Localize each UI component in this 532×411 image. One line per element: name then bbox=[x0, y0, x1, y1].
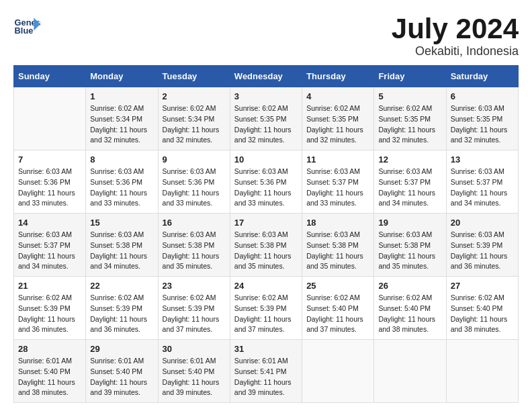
day-info: Sunrise: 6:02 AMSunset: 5:39 PMDaylight:… bbox=[18, 293, 81, 335]
calendar-cell: 2Sunrise: 6:02 AMSunset: 5:34 PMDaylight… bbox=[158, 87, 230, 150]
day-number: 4 bbox=[306, 91, 369, 101]
day-number: 22 bbox=[90, 281, 153, 291]
day-info: Sunrise: 6:03 AMSunset: 5:38 PMDaylight:… bbox=[306, 230, 369, 272]
title-block: July 2024 Oekabiti, Indonesia bbox=[392, 13, 519, 58]
calendar-cell: 16Sunrise: 6:03 AMSunset: 5:38 PMDayligh… bbox=[158, 214, 230, 277]
calendar-week-3: 21Sunrise: 6:02 AMSunset: 5:39 PMDayligh… bbox=[14, 277, 519, 340]
calendar-header: SundayMondayTuesdayWednesdayThursdayFrid… bbox=[14, 66, 519, 87]
weekday-monday: Monday bbox=[86, 66, 158, 87]
calendar-body: 1Sunrise: 6:02 AMSunset: 5:34 PMDaylight… bbox=[14, 87, 519, 403]
calendar-cell bbox=[302, 340, 374, 403]
logo: General Blue bbox=[13, 13, 43, 40]
calendar-cell: 1Sunrise: 6:02 AMSunset: 5:34 PMDaylight… bbox=[86, 87, 158, 150]
calendar-cell: 8Sunrise: 6:03 AMSunset: 5:36 PMDaylight… bbox=[86, 150, 158, 214]
calendar-cell: 23Sunrise: 6:02 AMSunset: 5:39 PMDayligh… bbox=[158, 277, 230, 340]
day-info: Sunrise: 6:03 AMSunset: 5:37 PMDaylight:… bbox=[378, 167, 441, 209]
day-number: 5 bbox=[378, 91, 441, 101]
day-number: 7 bbox=[18, 154, 81, 165]
day-number: 14 bbox=[18, 218, 81, 228]
day-info: Sunrise: 6:03 AMSunset: 5:36 PMDaylight:… bbox=[163, 167, 226, 209]
calendar-cell bbox=[374, 340, 446, 403]
day-info: Sunrise: 6:02 AMSunset: 5:40 PMDaylight:… bbox=[306, 293, 369, 335]
calendar-week-4: 28Sunrise: 6:01 AMSunset: 5:40 PMDayligh… bbox=[14, 340, 519, 403]
svg-text:Blue: Blue bbox=[15, 26, 34, 36]
day-number: 16 bbox=[163, 218, 226, 228]
day-info: Sunrise: 6:03 AMSunset: 5:36 PMDaylight:… bbox=[18, 167, 81, 209]
day-number: 15 bbox=[90, 218, 153, 228]
day-info: Sunrise: 6:03 AMSunset: 5:37 PMDaylight:… bbox=[18, 230, 81, 272]
calendar-cell: 31Sunrise: 6:01 AMSunset: 5:41 PMDayligh… bbox=[230, 340, 302, 403]
calendar-cell: 22Sunrise: 6:02 AMSunset: 5:39 PMDayligh… bbox=[86, 277, 158, 340]
day-info: Sunrise: 6:03 AMSunset: 5:37 PMDaylight:… bbox=[451, 167, 514, 209]
day-number: 28 bbox=[18, 344, 81, 354]
day-info: Sunrise: 6:02 AMSunset: 5:35 PMDaylight:… bbox=[306, 103, 369, 146]
day-info: Sunrise: 6:03 AMSunset: 5:38 PMDaylight:… bbox=[90, 230, 153, 272]
day-info: Sunrise: 6:03 AMSunset: 5:39 PMDaylight:… bbox=[451, 230, 514, 272]
day-info: Sunrise: 6:02 AMSunset: 5:35 PMDaylight:… bbox=[234, 103, 298, 146]
day-number: 11 bbox=[306, 154, 369, 165]
calendar-cell: 6Sunrise: 6:03 AMSunset: 5:35 PMDaylight… bbox=[446, 87, 518, 150]
day-number: 29 bbox=[90, 344, 153, 354]
day-number: 20 bbox=[451, 218, 514, 228]
day-number: 8 bbox=[90, 154, 153, 165]
day-info: Sunrise: 6:02 AMSunset: 5:39 PMDaylight:… bbox=[163, 293, 226, 335]
weekday-thursday: Thursday bbox=[302, 66, 374, 87]
calendar-cell: 5Sunrise: 6:02 AMSunset: 5:35 PMDaylight… bbox=[374, 87, 446, 150]
calendar-cell: 10Sunrise: 6:03 AMSunset: 5:36 PMDayligh… bbox=[230, 150, 302, 214]
weekday-header-row: SundayMondayTuesdayWednesdayThursdayFrid… bbox=[14, 66, 519, 87]
day-number: 10 bbox=[234, 154, 298, 165]
weekday-friday: Friday bbox=[374, 66, 446, 87]
day-number: 27 bbox=[451, 281, 514, 291]
calendar-cell: 12Sunrise: 6:03 AMSunset: 5:37 PMDayligh… bbox=[374, 150, 446, 214]
weekday-saturday: Saturday bbox=[446, 66, 518, 87]
day-info: Sunrise: 6:01 AMSunset: 5:40 PMDaylight:… bbox=[18, 356, 81, 398]
day-number: 3 bbox=[234, 91, 298, 101]
day-number: 19 bbox=[378, 218, 441, 228]
day-info: Sunrise: 6:03 AMSunset: 5:35 PMDaylight:… bbox=[451, 103, 514, 146]
calendar-cell: 30Sunrise: 6:01 AMSunset: 5:40 PMDayligh… bbox=[158, 340, 230, 403]
day-number: 25 bbox=[306, 281, 369, 291]
day-info: Sunrise: 6:02 AMSunset: 5:35 PMDaylight:… bbox=[378, 103, 441, 146]
day-number: 17 bbox=[234, 218, 298, 228]
day-info: Sunrise: 6:01 AMSunset: 5:40 PMDaylight:… bbox=[163, 356, 226, 398]
day-number: 1 bbox=[90, 91, 153, 101]
calendar-cell: 25Sunrise: 6:02 AMSunset: 5:40 PMDayligh… bbox=[302, 277, 374, 340]
day-number: 30 bbox=[163, 344, 226, 354]
day-info: Sunrise: 6:01 AMSunset: 5:41 PMDaylight:… bbox=[234, 356, 298, 398]
day-info: Sunrise: 6:03 AMSunset: 5:36 PMDaylight:… bbox=[234, 167, 298, 209]
weekday-sunday: Sunday bbox=[14, 66, 86, 87]
calendar-week-0: 1Sunrise: 6:02 AMSunset: 5:34 PMDaylight… bbox=[14, 87, 519, 150]
day-info: Sunrise: 6:01 AMSunset: 5:40 PMDaylight:… bbox=[90, 356, 153, 398]
location: Oekabiti, Indonesia bbox=[392, 44, 519, 58]
day-number: 2 bbox=[163, 91, 226, 101]
day-info: Sunrise: 6:02 AMSunset: 5:39 PMDaylight:… bbox=[234, 293, 298, 335]
calendar-cell: 26Sunrise: 6:02 AMSunset: 5:40 PMDayligh… bbox=[374, 277, 446, 340]
calendar-cell: 11Sunrise: 6:03 AMSunset: 5:37 PMDayligh… bbox=[302, 150, 374, 214]
calendar-cell: 14Sunrise: 6:03 AMSunset: 5:37 PMDayligh… bbox=[14, 214, 86, 277]
month-title: July 2024 bbox=[392, 13, 519, 44]
calendar-cell: 17Sunrise: 6:03 AMSunset: 5:38 PMDayligh… bbox=[230, 214, 302, 277]
day-info: Sunrise: 6:02 AMSunset: 5:40 PMDaylight:… bbox=[378, 293, 441, 335]
calendar-cell: 24Sunrise: 6:02 AMSunset: 5:39 PMDayligh… bbox=[230, 277, 302, 340]
calendar-cell: 19Sunrise: 6:03 AMSunset: 5:38 PMDayligh… bbox=[374, 214, 446, 277]
day-info: Sunrise: 6:03 AMSunset: 5:38 PMDaylight:… bbox=[163, 230, 226, 272]
calendar-week-1: 7Sunrise: 6:03 AMSunset: 5:36 PMDaylight… bbox=[14, 150, 519, 214]
calendar-table: SundayMondayTuesdayWednesdayThursdayFrid… bbox=[13, 65, 519, 403]
day-number: 21 bbox=[18, 281, 81, 291]
calendar-cell: 29Sunrise: 6:01 AMSunset: 5:40 PMDayligh… bbox=[86, 340, 158, 403]
calendar-cell: 15Sunrise: 6:03 AMSunset: 5:38 PMDayligh… bbox=[86, 214, 158, 277]
day-number: 26 bbox=[378, 281, 441, 291]
calendar-cell: 3Sunrise: 6:02 AMSunset: 5:35 PMDaylight… bbox=[230, 87, 302, 150]
day-number: 18 bbox=[306, 218, 369, 228]
calendar-cell: 9Sunrise: 6:03 AMSunset: 5:36 PMDaylight… bbox=[158, 150, 230, 214]
day-info: Sunrise: 6:02 AMSunset: 5:34 PMDaylight:… bbox=[163, 103, 226, 146]
day-info: Sunrise: 6:02 AMSunset: 5:39 PMDaylight:… bbox=[90, 293, 153, 335]
weekday-tuesday: Tuesday bbox=[158, 66, 230, 87]
day-number: 12 bbox=[378, 154, 441, 165]
day-info: Sunrise: 6:02 AMSunset: 5:40 PMDaylight:… bbox=[451, 293, 514, 335]
day-info: Sunrise: 6:03 AMSunset: 5:37 PMDaylight:… bbox=[306, 167, 369, 209]
calendar-cell bbox=[446, 340, 518, 403]
day-number: 13 bbox=[451, 154, 514, 165]
day-info: Sunrise: 6:03 AMSunset: 5:36 PMDaylight:… bbox=[90, 167, 153, 209]
day-info: Sunrise: 6:03 AMSunset: 5:38 PMDaylight:… bbox=[378, 230, 441, 272]
